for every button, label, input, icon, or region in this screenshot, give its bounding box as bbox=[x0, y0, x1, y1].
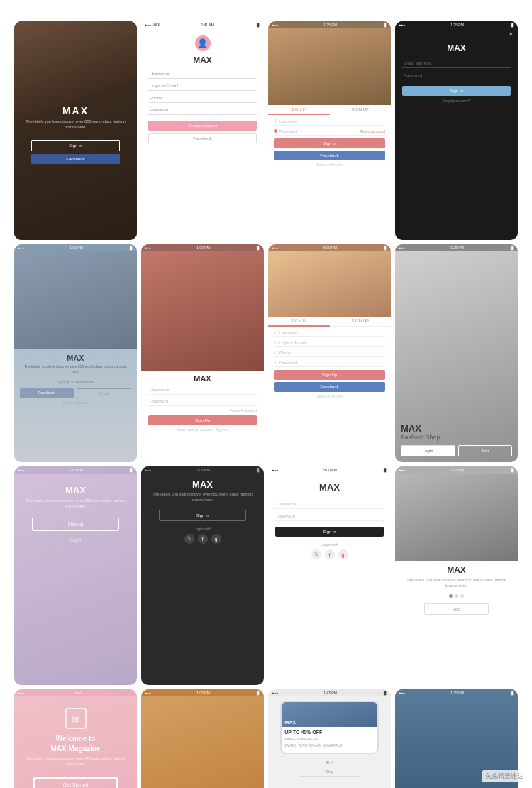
signup-button-7[interactable]: Sign Up bbox=[274, 370, 385, 380]
signup-button-9[interactable]: Sign up bbox=[32, 518, 118, 531]
follow-button-3[interactable]: Sign in bbox=[274, 138, 385, 148]
screen-9-content: MAX The labels you love discover over 85… bbox=[14, 474, 137, 685]
password-field-4[interactable]: Password bbox=[402, 71, 511, 80]
tab-signup-3[interactable]: SIGN UP bbox=[330, 105, 392, 115]
tab-signin-7[interactable]: SIGN IN bbox=[268, 317, 330, 327]
facebook-button-5[interactable]: Facebook bbox=[20, 388, 74, 398]
screen-11-white-social: ●●● 5:00 PM ▐▌ MAX Username Password Sig… bbox=[268, 466, 391, 685]
password-field-11[interactable]: Password bbox=[275, 512, 384, 521]
create-account-button-2[interactable]: Create account bbox=[148, 121, 257, 131]
inner-label-sub: WINTER WARMERS bbox=[284, 737, 374, 741]
username-field-6[interactable]: Username bbox=[148, 385, 257, 395]
login-button-8[interactable]: Login bbox=[401, 445, 455, 456]
signin-button-10[interactable]: Sign in bbox=[159, 510, 245, 521]
signin-button-11[interactable]: Sign in bbox=[275, 527, 384, 537]
tab-signin-3[interactable]: SIGN IN bbox=[268, 105, 330, 115]
username-field-2[interactable]: Username bbox=[148, 70, 257, 79]
status-bar-9: ●●● 1:00 PM ▐▌ bbox=[14, 466, 137, 474]
ui-grid: ●●● 1:25 PM ▐▌ MAX The labels you love d… bbox=[14, 21, 518, 788]
signal-4: ●●● bbox=[399, 23, 405, 27]
login-button-9[interactable]: Login bbox=[32, 534, 118, 546]
magazine-icon-14: ⊞ bbox=[65, 708, 87, 729]
hero-bridge-2 bbox=[268, 251, 391, 317]
login-with-11: Login with bbox=[321, 542, 338, 547]
screen-3-content: Username Password Reset password Sign in… bbox=[268, 115, 391, 170]
top-row-4: ✕ bbox=[395, 28, 518, 40]
facebook-button-7[interactable]: Facebook bbox=[274, 382, 385, 392]
dot-12-2 bbox=[455, 594, 458, 598]
dots-15 bbox=[268, 761, 391, 764]
join-button-8[interactable]: Join bbox=[458, 445, 513, 456]
screen-10-dark-social: ●●● 1:00 PM ▐▌ MAX The labels you love d… bbox=[141, 466, 264, 685]
facebook-button-2[interactable]: Facebook bbox=[148, 133, 257, 143]
field-icon-7c bbox=[274, 351, 277, 354]
battery-3: ▐▌ bbox=[382, 23, 387, 27]
google-icon-10[interactable]: g bbox=[211, 534, 221, 544]
screen-1-signin-dark: ●●● 1:25 PM ▐▌ MAX The labels you love d… bbox=[14, 21, 137, 240]
signin-button-4[interactable]: Sign In bbox=[402, 86, 511, 96]
screen-11-content: MAX Username Password Sign in Login with… bbox=[268, 474, 391, 685]
terms-7[interactable]: Terms of Service bbox=[274, 394, 385, 398]
forgot-link-6[interactable]: Forgot Password bbox=[230, 408, 257, 412]
screen-4-content: MAX Email address Password Sign In Forgo… bbox=[395, 40, 518, 240]
dot-15-1 bbox=[326, 761, 329, 764]
phone-field-2[interactable]: Phone bbox=[148, 94, 257, 103]
screen-15-phone-mockup: ●●● 1:43 PM ▐▌ MAX UP TO 40% OFF WINTER … bbox=[268, 689, 391, 788]
tab-signup-7[interactable]: SIGN UP bbox=[330, 317, 392, 327]
time-12: 1:43 AM bbox=[450, 468, 463, 472]
username-label-3: Username bbox=[279, 119, 385, 124]
forgot-link-4[interactable]: Forgot password? bbox=[442, 99, 470, 103]
email-button-5[interactable]: E-mail bbox=[77, 388, 132, 398]
time-16: 1:25 PM bbox=[450, 691, 464, 695]
inner-label-desc: WATCH WITH ROMAN NUMERALS bbox=[284, 743, 374, 748]
email-field-4[interactable]: Email address bbox=[402, 59, 511, 68]
signal-2: ●●● MAX bbox=[145, 23, 160, 27]
inner-content-15: UP TO 40% OFF WINTER WARMERS WATCH WITH … bbox=[282, 727, 377, 753]
status-bar-13: ●●● 1:00 PM ▐▌ bbox=[141, 689, 264, 696]
google-icon-11[interactable]: g bbox=[338, 549, 348, 559]
time-6: 1:00 PM bbox=[196, 246, 210, 250]
time-5: 1:00 PM bbox=[70, 246, 83, 250]
signup-button-6[interactable]: Sign Up bbox=[148, 415, 257, 425]
close-button-4[interactable]: ✕ bbox=[509, 31, 514, 38]
time-14: MAX bbox=[75, 691, 83, 695]
facebook-icon-11[interactable]: f bbox=[325, 549, 335, 559]
twitter-icon-10[interactable]: 𝕏 bbox=[184, 534, 194, 544]
twitter-icon-11[interactable]: 𝕏 bbox=[311, 549, 321, 559]
brand-max-8: MAX bbox=[401, 423, 512, 434]
signin-button-1[interactable]: Sign in bbox=[31, 140, 121, 151]
battery-7: ▐▌ bbox=[382, 246, 387, 250]
screen-7-tabs-pink: ●●● 5:00 PM ▐▌ SIGN IN SIGN UP Username … bbox=[268, 244, 391, 463]
signal-11: ●●● bbox=[272, 468, 278, 472]
terms-5[interactable]: Terms of Service bbox=[62, 400, 89, 405]
skip-button-12[interactable]: Skip bbox=[424, 603, 489, 615]
terms-3[interactable]: Terms of Service bbox=[274, 163, 385, 167]
screen-6-signup-pink: ●●● 1:00 PM ▐▌ MAX Username Password For… bbox=[141, 244, 264, 463]
action-row-8: Login Join bbox=[401, 445, 512, 456]
skip-button-15[interactable]: Skip bbox=[299, 767, 360, 777]
time-3: 1:25 PM bbox=[323, 23, 337, 27]
time-11: 5:00 PM bbox=[323, 468, 337, 472]
fashion-shop-label: Fashion Shop bbox=[401, 434, 512, 441]
field-icon-3b bbox=[274, 129, 277, 133]
facebook-icon-10[interactable]: f bbox=[198, 534, 208, 544]
field-icon-7b bbox=[274, 341, 277, 344]
facebook-button-1[interactable]: Facebook bbox=[31, 154, 121, 164]
get-started-button-14[interactable]: Get Started bbox=[33, 777, 118, 788]
password-field-6[interactable]: Password bbox=[148, 397, 257, 406]
facebook-button-3[interactable]: Facebook bbox=[274, 151, 385, 160]
social-buttons-10: 𝕏 f g bbox=[184, 534, 221, 544]
signal-8: ●●● bbox=[399, 246, 405, 250]
password-label-7: Password bbox=[279, 361, 385, 365]
battery-5: ▐▌ bbox=[128, 246, 133, 250]
tagline-1: The labels you love discover over 850 wo… bbox=[20, 119, 131, 130]
signal-6: ●●● bbox=[145, 246, 151, 250]
signin-link-6[interactable]: Don't have an account? Sign up bbox=[177, 427, 228, 432]
tagline-12: The labels you love discover over 850 wo… bbox=[402, 578, 511, 589]
username-field-11[interactable]: Username bbox=[275, 500, 384, 509]
forgot-link-3[interactable]: Reset password bbox=[360, 129, 385, 133]
brand-max-9: MAX bbox=[65, 485, 86, 496]
time-4: 1:25 PM bbox=[450, 23, 464, 27]
email-field-2[interactable]: Login or E-mail bbox=[148, 82, 257, 91]
password-field-2[interactable]: Password bbox=[148, 106, 257, 115]
